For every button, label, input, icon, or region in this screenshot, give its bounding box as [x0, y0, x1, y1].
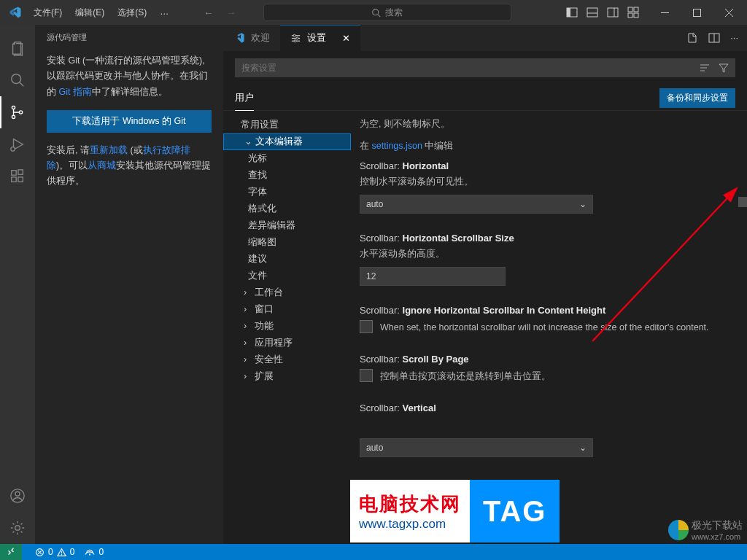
toc-item[interactable]: 格式化 — [223, 201, 351, 217]
git-guide-link[interactable]: Git 指南 — [58, 87, 91, 97]
edit-in-json-link[interactable]: settings.json — [371, 141, 422, 151]
layout-customize-icon[interactable] — [627, 7, 639, 18]
activity-scm-icon[interactable] — [0, 96, 35, 128]
setting-scrollbar-vertical: Scrollbar: Vertical auto ⌄ — [360, 402, 732, 457]
svg-point-29 — [15, 526, 20, 530]
menu-edit[interactable]: 编辑(E) — [69, 4, 110, 22]
tab-settings-label: 设置 — [307, 32, 326, 44]
search-icon — [371, 8, 381, 18]
toc-item[interactable]: › 扩展 — [223, 368, 351, 385]
sidebar-title: 源代码管理 — [47, 32, 212, 43]
toc-item[interactable]: 文件 — [223, 268, 351, 284]
svg-point-35 — [294, 40, 296, 42]
clear-search-icon[interactable] — [699, 62, 711, 74]
scrollbar-thumb[interactable] — [738, 197, 747, 207]
open-json-icon[interactable] — [686, 32, 698, 44]
svg-point-19 — [12, 106, 15, 109]
scrollbar-ignore-checkbox[interactable] — [360, 320, 373, 333]
layout-panel-icon[interactable] — [587, 7, 598, 18]
svg-rect-7 — [608, 8, 618, 17]
setting-rulers-hint: 为空, 则不绘制标尺。 在 settings.json 中编辑 — [360, 117, 732, 153]
toc-item[interactable]: ⌄ 文本编辑器 — [223, 133, 351, 150]
settings-toc: 常用设置⌄ 文本编辑器光标查找字体格式化差异编辑器缩略图建议文件› 工作台› 窗… — [223, 111, 351, 544]
chevron-down-icon: ⌄ — [579, 199, 587, 209]
scm-sidebar: 源代码管理 安装 Git (一种流行的源代码管理系统), 以跟踪代码更改并与他人… — [35, 25, 223, 544]
toc-item[interactable]: 光标 — [223, 150, 351, 167]
install-git-button[interactable]: 下载适用于 Windows 的 Git — [47, 110, 212, 133]
toc-item[interactable]: › 工作台 — [223, 284, 351, 301]
svg-point-0 — [373, 9, 379, 15]
svg-point-20 — [12, 115, 15, 118]
svg-rect-26 — [18, 170, 23, 174]
scrollbar-horizontal-select[interactable]: auto ⌄ — [360, 195, 593, 214]
reload-link[interactable]: 重新加载 — [90, 145, 128, 155]
settings-search-input[interactable] — [235, 58, 735, 77]
layout-sidebar-left-icon[interactable] — [566, 7, 578, 18]
scrollbar-page-checkbox[interactable] — [360, 369, 373, 382]
status-bar: 0 0 0 — [0, 544, 747, 560]
svg-point-34 — [296, 37, 298, 39]
svg-point-45 — [61, 554, 62, 555]
menu-bar: 文件(F) 编辑(E) 选择(S) … — [28, 4, 174, 22]
command-center-search[interactable]: 搜索 — [263, 4, 511, 21]
toc-item[interactable]: 差异编辑器 — [223, 217, 351, 234]
activity-search-icon[interactable] — [0, 64, 35, 96]
tab-settings[interactable]: 设置 ✕ — [280, 25, 360, 51]
toc-item[interactable]: › 窗口 — [223, 301, 351, 318]
editor-tabs: 欢迎 设置 ✕ ··· — [223, 25, 747, 51]
settings-scope-user[interactable]: 用户 — [235, 86, 254, 111]
settings-tab-icon — [290, 33, 301, 44]
setting-scrollbar-ignore: Scrollbar: Ignore Horizontal Scrollbar I… — [360, 305, 732, 335]
activity-debug-icon[interactable] — [0, 128, 35, 160]
activity-bar — [0, 25, 35, 544]
from-store-link[interactable]: 从商城 — [88, 160, 116, 171]
tab-welcome[interactable]: 欢迎 — [223, 25, 280, 51]
toc-item[interactable]: 查找 — [223, 167, 351, 184]
nav-back-icon[interactable]: ← — [204, 7, 213, 18]
activity-extensions-icon[interactable] — [0, 160, 35, 192]
scrollbar-hsize-input[interactable]: 12 — [360, 267, 506, 286]
window-close-icon[interactable] — [715, 2, 744, 23]
sidebar-desc-2: 安装后, 请重新加载 (或执行故障排除)。可以从商城安装其他源代码管理提供程序。 — [47, 143, 212, 190]
status-problems[interactable]: 0 0 — [35, 547, 74, 557]
scrollbar-vertical-select[interactable]: auto ⌄ — [360, 438, 593, 457]
titlebar: 文件(F) 编辑(E) 选择(S) … ← → 搜索 — [0, 0, 747, 25]
status-ports[interactable]: 0 — [85, 547, 104, 557]
watermark-tagxp: 电脑技术网 www.tagxp.com TAG — [350, 480, 560, 542]
tab-close-icon[interactable]: ✕ — [342, 33, 350, 44]
svg-rect-3 — [567, 8, 570, 17]
menu-select[interactable]: 选择(S) — [112, 4, 152, 22]
nav-forward-icon[interactable]: → — [226, 7, 236, 18]
svg-rect-11 — [628, 13, 632, 18]
editor-group: 欢迎 设置 ✕ ··· — [223, 25, 747, 544]
activity-settings-icon[interactable] — [0, 512, 35, 544]
layout-sidebar-right-icon[interactable] — [607, 7, 619, 18]
toc-item[interactable]: › 功能 — [223, 318, 351, 335]
tab-more-icon[interactable]: ··· — [730, 32, 738, 44]
svg-rect-23 — [12, 171, 16, 175]
toc-item[interactable]: 字体 — [223, 184, 351, 201]
window-minimize-icon[interactable] — [651, 2, 680, 23]
menu-more[interactable]: … — [154, 4, 174, 22]
toc-item[interactable]: 建议 — [223, 251, 351, 268]
filter-icon[interactable] — [718, 62, 729, 74]
setting-scrollbar-horizontal: Scrollbar: Horizontal 控制水平滚动条的可见性。 auto … — [360, 160, 732, 214]
remote-indicator[interactable] — [0, 544, 22, 560]
chevron-down-icon: ⌄ — [579, 443, 587, 453]
activity-explorer-icon[interactable] — [0, 32, 35, 64]
menu-file[interactable]: 文件(F) — [28, 4, 68, 22]
toc-item[interactable]: 常用设置 — [223, 117, 351, 133]
svg-rect-14 — [694, 9, 701, 16]
sidebar-desc-1: 安装 Git (一种流行的源代码管理系统), 以跟踪代码更改并与他人协作。在我们… — [47, 53, 212, 100]
settings-list[interactable]: 为空, 则不绘制标尺。 在 settings.json 中编辑 Scrollba… — [351, 111, 747, 544]
split-editor-icon[interactable] — [708, 32, 720, 44]
window-maximize-icon[interactable] — [683, 2, 712, 23]
activity-account-icon[interactable] — [0, 480, 35, 512]
backup-sync-button[interactable]: 备份和同步设置 — [659, 88, 735, 108]
svg-point-17 — [12, 74, 21, 84]
toc-item[interactable]: › 应用程序 — [223, 335, 351, 351]
svg-rect-12 — [634, 13, 638, 18]
toc-item[interactable]: › 安全性 — [223, 351, 351, 368]
toc-item[interactable]: 缩略图 — [223, 234, 351, 251]
setting-scrollbar-hsize: Scrollbar: Horizontal Scrollbar Size 水平滚… — [360, 233, 732, 286]
